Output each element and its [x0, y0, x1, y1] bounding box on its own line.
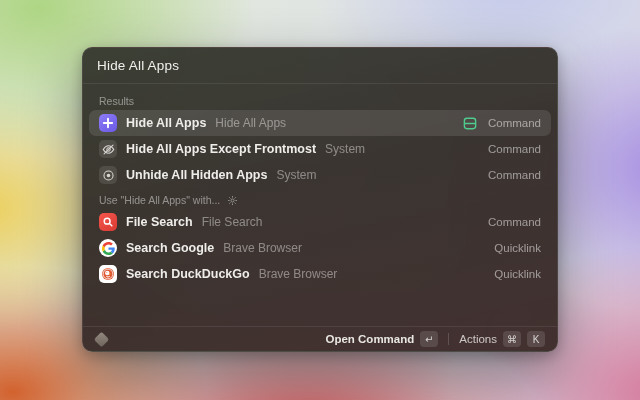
item-title: Hide All Apps — [126, 116, 206, 130]
duckduckgo-icon — [99, 265, 117, 283]
footer-divider — [448, 333, 449, 345]
search-input-text: Hide All Apps — [97, 58, 179, 73]
item-kind-badge: Command — [488, 143, 541, 155]
open-command-label: Open Command — [325, 333, 414, 345]
list-item[interactable]: Hide All Apps Except FrontmostSystemComm… — [89, 136, 551, 162]
item-kind-badge: Command — [488, 169, 541, 181]
open-command-button[interactable]: Open Command ↵ — [323, 329, 440, 349]
list-item[interactable]: Search DuckDuckGoBrave BrowserQuicklink — [89, 261, 551, 287]
actions-label: Actions — [459, 333, 497, 345]
item-subtitle: File Search — [202, 215, 263, 229]
actions-button[interactable]: Actions ⌘ K — [457, 329, 547, 349]
item-kind-badge: Command — [488, 216, 541, 228]
eye-icon — [99, 166, 117, 184]
item-subtitle: System — [276, 168, 316, 182]
item-kind-badge: Quicklink — [494, 268, 541, 280]
raycast-logo-icon — [94, 331, 110, 347]
window-icon — [463, 117, 477, 130]
item-subtitle: System — [325, 142, 365, 156]
hide-apps-icon — [99, 114, 117, 132]
list-item[interactable]: Unhide All Hidden AppsSystemCommand — [89, 162, 551, 188]
gear-icon[interactable] — [227, 195, 238, 206]
list-item[interactable]: File SearchFile SearchCommand — [89, 209, 551, 235]
list-item[interactable]: Hide All AppsHide All Apps Command — [89, 110, 551, 136]
item-title: Search DuckDuckGo — [126, 267, 250, 281]
search-input[interactable]: Hide All Apps — [83, 48, 557, 84]
return-key-icon: ↵ — [420, 331, 438, 347]
item-title: Hide All Apps Except Frontmost — [126, 142, 316, 156]
item-subtitle: Brave Browser — [223, 241, 302, 255]
list-item[interactable]: Search GoogleBrave BrowserQuicklink — [89, 235, 551, 261]
file-search-icon — [99, 213, 117, 231]
google-icon — [99, 239, 117, 257]
item-title: Unhide All Hidden Apps — [126, 168, 267, 182]
item-kind-badge: Command — [488, 117, 541, 129]
item-title: File Search — [126, 215, 193, 229]
item-subtitle: Brave Browser — [259, 267, 338, 281]
results-list: Results Hide All AppsHide All Apps Comma… — [83, 84, 557, 326]
section-header: Results — [89, 94, 551, 108]
eye-slash-icon — [99, 140, 117, 158]
section-header: Use "Hide All Apps" with... — [89, 193, 551, 207]
item-title: Search Google — [126, 241, 214, 255]
item-kind-badge: Quicklink — [494, 242, 541, 254]
item-subtitle: Hide All Apps — [215, 116, 286, 130]
section-header-label: Use "Hide All Apps" with... — [99, 193, 220, 207]
raycast-launcher-window: Hide All Apps Results Hide All AppsHide … — [82, 47, 558, 352]
section-header-label: Results — [99, 94, 134, 108]
command-key-icon: ⌘ — [503, 331, 521, 347]
footer-action-bar: Open Command ↵ Actions ⌘ K — [83, 326, 557, 351]
k-key-icon: K — [527, 331, 545, 347]
